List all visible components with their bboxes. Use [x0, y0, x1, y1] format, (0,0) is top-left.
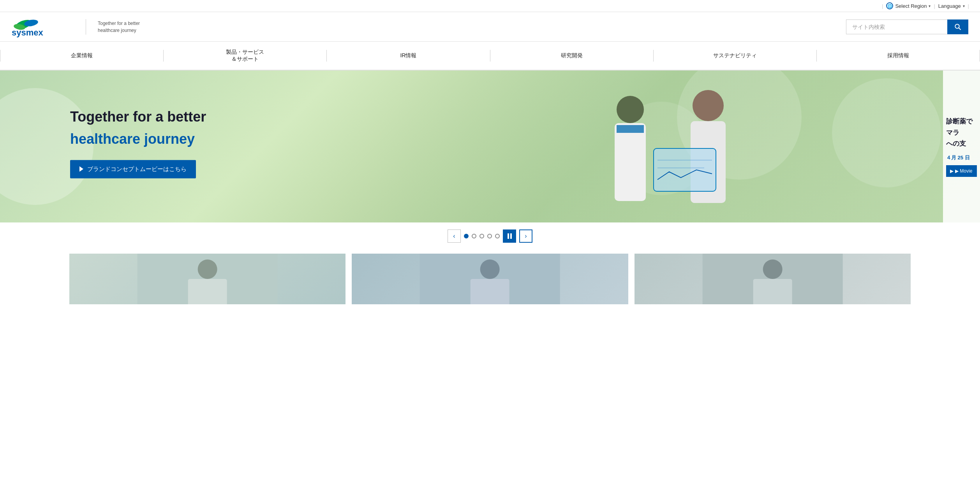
- hero-sub-text: healthcare journey: [70, 130, 206, 148]
- hero-btn-arrow-icon: [79, 166, 83, 172]
- slider-dot-3[interactable]: [479, 234, 484, 238]
- header: sysmex Together for a better healthcare …: [0, 12, 980, 42]
- card-1-image: [69, 254, 345, 304]
- nav-item-ir[interactable]: IR情報: [327, 45, 490, 66]
- card-1[interactable]: [69, 254, 345, 304]
- side-panel-text1: 診断薬で マラ への支: [946, 116, 977, 150]
- sysmex-logo[interactable]: sysmex: [12, 16, 74, 37]
- search-input[interactable]: [846, 19, 947, 34]
- logo-divider: [86, 19, 86, 35]
- slider-prev-button[interactable]: ‹: [448, 229, 461, 243]
- nav-item-products[interactable]: 製品・サービス ＆サポート: [164, 42, 326, 70]
- slider-dot-2[interactable]: [472, 234, 476, 238]
- side-panel-date: ４月 25 日: [946, 154, 977, 161]
- side-panel-movie-button[interactable]: ▶ ▶ Movie: [946, 165, 977, 177]
- pause-bar-1: [508, 233, 509, 239]
- svg-point-11: [693, 90, 724, 121]
- language-label: Language: [938, 3, 961, 9]
- hero-cta-label: ブランドコンセプトムービーはこちら: [87, 165, 187, 173]
- svg-point-4: [955, 24, 959, 28]
- card-3-image: [635, 254, 911, 304]
- logo-tagline: Together for a better healthcare journey: [98, 20, 140, 34]
- language-arrow: ▾: [963, 4, 965, 8]
- nav-item-sustainability[interactable]: サステナビリティ: [654, 45, 816, 66]
- svg-rect-10: [617, 125, 644, 133]
- svg-rect-13: [654, 148, 716, 191]
- card-3[interactable]: [635, 254, 911, 304]
- main-nav: 企業情報 製品・サービス ＆サポート IR情報 研究開発 サステナビリティ 採用…: [0, 42, 980, 71]
- svg-rect-9: [615, 123, 646, 201]
- svg-rect-21: [471, 279, 509, 304]
- topbar-sep3: |: [968, 3, 969, 9]
- side-panel-play-icon: ▶: [950, 168, 954, 174]
- svg-point-23: [763, 259, 782, 279]
- slider-dot-4[interactable]: [487, 234, 492, 238]
- hero-image: [343, 71, 980, 222]
- hero-side-panel: 診断薬で マラ への支 ４月 25 日 ▶ ▶ Movie: [943, 71, 980, 222]
- topbar-sep2: |: [934, 3, 935, 9]
- card-2-image: [352, 254, 628, 304]
- hero-slider: Together for a better healthcare journey…: [0, 71, 980, 222]
- globe-icon: 🌐: [886, 2, 893, 9]
- hero-illustration: [506, 71, 817, 222]
- search-icon: [954, 23, 961, 30]
- select-region-label: Select Region: [895, 3, 927, 9]
- svg-point-20: [480, 259, 500, 279]
- slider-dot-5[interactable]: [495, 234, 500, 238]
- svg-point-8: [617, 96, 644, 123]
- svg-rect-24: [753, 279, 792, 304]
- language-button[interactable]: Language ▾: [938, 3, 965, 9]
- nav-item-research[interactable]: 研究開発: [490, 45, 653, 66]
- search-button[interactable]: [947, 19, 968, 34]
- pause-bar-2: [510, 233, 512, 239]
- slider-controls: ‹ ›: [0, 222, 980, 250]
- slider-next-button[interactable]: ›: [519, 229, 532, 243]
- logo-svg: sysmex: [12, 16, 74, 37]
- svg-rect-18: [188, 279, 227, 304]
- slider-pause-button[interactable]: [503, 229, 516, 243]
- svg-point-17: [198, 259, 217, 279]
- hero-main-text: Together for a better: [70, 108, 206, 126]
- hero-slide-1: Together for a better healthcare journey…: [0, 71, 980, 222]
- logo-area: sysmex Together for a better healthcare …: [12, 16, 140, 37]
- search-area: [846, 19, 968, 34]
- svg-line-5: [959, 28, 961, 30]
- nav-item-careers[interactable]: 採用情報: [817, 45, 980, 66]
- side-panel-movie-label: ▶ Movie: [955, 168, 972, 174]
- nav-item-company[interactable]: 企業情報: [0, 45, 163, 66]
- topbar-sep1: |: [882, 3, 883, 9]
- svg-text:sysmex: sysmex: [12, 28, 44, 37]
- cards-section: [0, 250, 980, 304]
- slider-dot-1[interactable]: [464, 234, 469, 238]
- select-region-button[interactable]: 🌐 Select Region ▾: [886, 2, 931, 9]
- select-region-arrow: ▾: [929, 4, 931, 8]
- hero-text: Together for a better healthcare journey…: [70, 108, 206, 178]
- top-bar: | 🌐 Select Region ▾ | Language ▾ |: [0, 0, 980, 12]
- card-2[interactable]: [352, 254, 628, 304]
- hero-cta-button[interactable]: ブランドコンセプトムービーはこちら: [70, 160, 196, 178]
